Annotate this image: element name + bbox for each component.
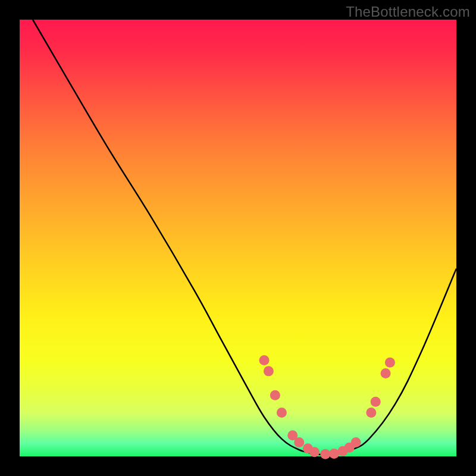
marker-right-cluster-3 xyxy=(381,368,391,378)
marker-right-cluster-2 xyxy=(371,397,381,407)
marker-left-cluster-2 xyxy=(264,366,274,376)
marker-left-cluster-1 xyxy=(259,355,270,365)
marker-right-cluster-1 xyxy=(366,408,376,418)
marker-bottom-2 xyxy=(294,437,304,447)
marker-right-cluster-4 xyxy=(385,358,395,368)
marker-bottom-5 xyxy=(320,449,330,459)
bottleneck-curve xyxy=(33,20,456,455)
marker-bottom-4 xyxy=(309,447,320,457)
marker-bottom-6 xyxy=(329,449,339,459)
chart-overlay xyxy=(20,20,456,456)
marker-left-cluster-3 xyxy=(270,390,280,400)
data-markers xyxy=(259,355,395,459)
watermark-text: TheBottleneck.com xyxy=(346,4,470,20)
marker-left-cluster-4 xyxy=(277,408,287,418)
marker-bottom-9 xyxy=(351,437,361,447)
